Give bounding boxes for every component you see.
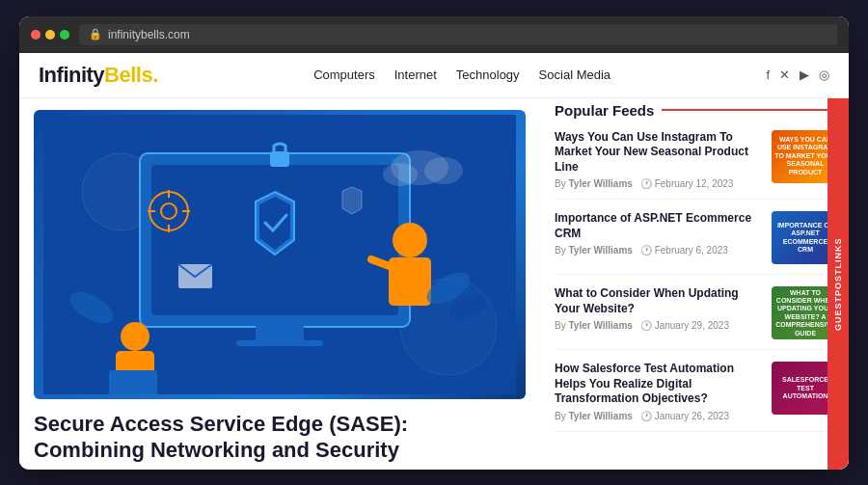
feed-date: 🕐 January 26, 2023 [640,411,729,421]
feed-item[interactable]: What to Consider When Updating Your Webs… [555,286,839,350]
dot-green[interactable] [60,30,69,40]
feed-author: By Tyler Williams [555,411,633,421]
nav-social-media[interactable]: Social Media [539,67,610,82]
svg-point-21 [424,157,463,184]
logo-dot: . [152,63,158,87]
feed-item[interactable]: How Salesforce Test Automation Helps You… [555,362,839,432]
svg-point-22 [383,163,418,186]
lock-icon: 🔒 [89,28,102,40]
hero-illustration [34,110,526,399]
website: InfinityBells. Computers Internet Techno… [19,53,849,470]
feed-meta: By Tyler Williams 🕐 January 26, 2023 [555,411,764,421]
feed-meta: By Tyler Williams 🕐 February 6, 2023 [555,245,764,256]
feed-date: 🕐 January 29, 2023 [640,320,729,331]
svg-rect-5 [256,325,304,342]
browser-chrome: 🔒 infinitybells.com [19,16,849,53]
sidebar: Popular Feeds Ways You Can Use Instagram… [540,98,849,470]
logo: InfinityBells. [39,63,158,88]
social-icons: f ✕ ▶ ◎ [766,67,829,82]
feed-text: Importance of ASP.NET Ecommerce CRM By T… [555,211,764,264]
guestpost-label: GUESTPOSTLINKS [833,237,843,331]
svg-rect-15 [109,370,157,394]
facebook-icon[interactable]: f [766,67,770,82]
instagram-icon[interactable]: ◎ [819,67,829,82]
feed-title: Ways You Can Use Instagram To Market You… [555,130,764,175]
address-bar[interactable]: 🔒 infinitybells.com [79,24,837,45]
feed-text: How Salesforce Test Automation Helps You… [555,362,764,421]
browser-dots [31,30,69,40]
feed-title: Importance of ASP.NET Ecommerce CRM [555,211,764,241]
svg-rect-23 [270,151,289,167]
feed-author: By Tyler Williams [555,320,633,331]
feed-author: By Tyler Williams [555,245,633,256]
feed-title: What to Consider When Updating Your Webs… [555,286,764,316]
feed-item[interactable]: Importance of ASP.NET Ecommerce CRM By T… [555,211,839,275]
article-title-area: Secure Access Service Edge (SASE): Combi… [19,399,540,464]
red-divider [662,109,839,111]
feed-text: Ways You Can Use Instagram To Market You… [555,130,764,190]
article-title-line2: Combining Networking and Security [34,438,399,462]
browser-window: 🔒 infinitybells.com InfinityBells. Compu… [19,16,849,470]
feed-date: 🕐 February 6, 2023 [640,245,728,256]
popular-feeds-header: Popular Feeds [555,98,839,119]
svg-rect-6 [236,340,323,346]
top-nav: InfinityBells. Computers Internet Techno… [19,53,849,98]
url-text: infinitybells.com [108,28,190,41]
youtube-icon[interactable]: ▶ [800,67,809,82]
guestpost-banner[interactable]: GUESTPOSTLINKS [827,98,849,470]
feed-title: How Salesforce Test Automation Helps You… [555,362,764,407]
feed-text: What to Consider When Updating Your Webs… [555,286,764,339]
nav-computers[interactable]: Computers [313,67,375,82]
popular-feeds-title: Popular Feeds [555,102,654,119]
twitter-icon[interactable]: ✕ [779,67,790,82]
dot-red[interactable] [31,30,41,40]
feed-item[interactable]: Ways You Can Use Instagram To Market You… [555,130,839,201]
nav-internet[interactable]: Internet [394,67,437,82]
main-content: Secure Access Service Edge (SASE): Combi… [19,98,849,470]
article-area: Secure Access Service Edge (SASE): Combi… [19,98,540,470]
dot-yellow[interactable] [45,30,55,40]
hero-image [34,110,526,399]
feed-meta: By Tyler Williams 🕐 February 12, 2023 [555,178,764,189]
article-title: Secure Access Service Edge (SASE): Combi… [34,411,526,464]
article-title-line1: Secure Access Service Edge (SASE): [34,412,408,436]
feed-meta: By Tyler Williams 🕐 January 29, 2023 [555,320,764,331]
logo-part1: Infinity [39,63,104,87]
svg-point-17 [393,223,427,257]
nav-links: Computers Internet Technology Social Med… [313,67,610,82]
svg-point-13 [121,322,149,351]
nav-technology[interactable]: Technology [456,67,520,82]
feed-date: 🕐 February 12, 2023 [640,178,734,189]
logo-part2: Bells [104,63,152,87]
feed-author: By Tyler Williams [555,178,633,189]
